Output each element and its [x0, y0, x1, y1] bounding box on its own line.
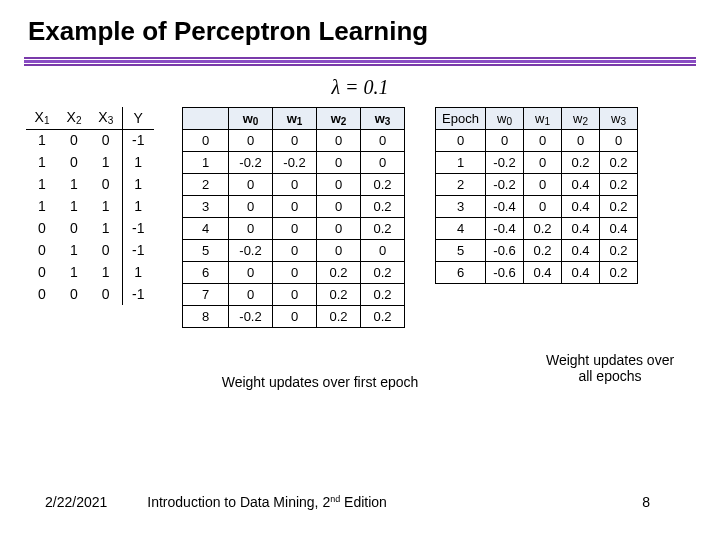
col-w0: w0 — [229, 108, 273, 130]
slide-footer: 2/22/2021 Introduction to Data Mining, 2… — [0, 494, 720, 510]
col-sample — [183, 108, 229, 130]
first-epoch-table: w0 w1 w2 w3 00000 1-0.2-0.200 20000.2 30… — [182, 107, 405, 328]
table-row: 1011 — [26, 151, 154, 173]
col-y: Y — [122, 107, 154, 129]
footer-page-number: 8 — [642, 494, 650, 510]
col-x1: X1 — [26, 107, 58, 129]
table-row: 20000.2 — [183, 174, 405, 196]
col-w1: w1 — [273, 108, 317, 130]
all-epochs-table: Epoch w0 w1 w2 w3 00000 1-0.200.20.2 2-0… — [435, 107, 638, 284]
tables-row: X1 X2 X3 Y 100-1 1011 1101 1111 001-1 01… — [0, 107, 720, 328]
footer-book: Introduction to Data Mining, 2nd Edition — [147, 494, 387, 510]
training-data-table: X1 X2 X3 Y 100-1 1011 1101 1111 001-1 01… — [26, 107, 154, 305]
table-row: 8-0.200.20.2 — [183, 306, 405, 328]
table-row: 6-0.60.40.40.2 — [436, 262, 638, 284]
table-row: 40000.2 — [183, 218, 405, 240]
table-row: 010-1 — [26, 239, 154, 261]
col-w3: w3 — [361, 108, 405, 130]
title-underline — [24, 57, 696, 66]
table-row: 6000.20.2 — [183, 262, 405, 284]
table-row: 30000.2 — [183, 196, 405, 218]
table-row: 1-0.2-0.200 — [183, 152, 405, 174]
table-row: 3-0.400.40.2 — [436, 196, 638, 218]
caption-all-epochs: Weight updates overall epochs — [530, 352, 690, 384]
table-row: 1101 — [26, 173, 154, 195]
table-row: 00000 — [436, 130, 638, 152]
col-epoch: Epoch — [436, 108, 486, 130]
col-x2: X2 — [58, 107, 90, 129]
table-row: 001-1 — [26, 217, 154, 239]
table-row: 0111 — [26, 261, 154, 283]
caption-first-epoch: Weight updates over first epoch — [200, 374, 440, 390]
lambda-label: λ = 0.1 — [0, 76, 720, 99]
table-row: 1-0.200.20.2 — [436, 152, 638, 174]
table-row: 5-0.60.20.40.2 — [436, 240, 638, 262]
table-row: 7000.20.2 — [183, 284, 405, 306]
table-row: 00000 — [183, 130, 405, 152]
table-row: 000-1 — [26, 283, 154, 305]
col-w2: w2 — [317, 108, 361, 130]
col-w2: w2 — [562, 108, 600, 130]
table-row: 1111 — [26, 195, 154, 217]
table-row: 4-0.40.20.40.4 — [436, 218, 638, 240]
col-x3: X3 — [90, 107, 122, 129]
footer-date: 2/22/2021 — [45, 494, 107, 510]
col-w3: w3 — [600, 108, 638, 130]
table-row: 5-0.2000 — [183, 240, 405, 262]
col-w1: w1 — [524, 108, 562, 130]
table-row: 2-0.200.40.2 — [436, 174, 638, 196]
slide-title: Example of Perceptron Learning — [0, 0, 720, 57]
table-row: 100-1 — [26, 129, 154, 151]
col-w0: w0 — [486, 108, 524, 130]
